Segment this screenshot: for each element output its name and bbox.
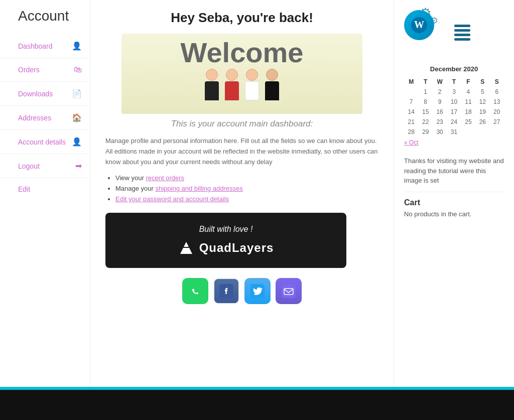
cal-cell: 24 (447, 117, 461, 127)
cal-cell: 20 (490, 107, 504, 117)
addresses-icon: 🏠 (72, 113, 82, 122)
cal-cell: 23 (433, 117, 447, 127)
calendar-week-1: 1 2 3 4 5 6 (404, 87, 504, 97)
sidebar-link-account-details[interactable]: Account details 👤 (0, 130, 90, 154)
logout-icon: ➡ (75, 161, 82, 171)
sidebar-item-orders[interactable]: Orders 🛍 (0, 58, 90, 82)
bottom-footer (0, 390, 514, 420)
hamburger-line-2 (454, 29, 470, 32)
cart-title: Cart (404, 198, 504, 207)
cal-cell: 16 (433, 107, 447, 117)
cal-cell: 11 (461, 97, 475, 107)
calendar-week-5: 28 29 30 31 (404, 127, 504, 137)
bullet-item-addresses: Manage your shipping and billing address… (115, 185, 378, 192)
cal-cell: 31 (447, 127, 461, 137)
cal-cell: 3 (447, 87, 461, 97)
calendar-week-4: 21 22 23 24 25 26 27 (404, 117, 504, 127)
sidebar-label-orders: Orders (18, 66, 40, 74)
calendar-month: December 2020 (404, 65, 504, 73)
person-4-head (266, 69, 278, 81)
cal-cell: 2 (433, 87, 447, 97)
sidebar-nav: Dashboard 👤 Orders 🛍 Downloads 📄 (0, 34, 90, 178)
prev-month-link[interactable]: « Oct (404, 139, 419, 146)
cal-header-m: M (404, 77, 418, 87)
cart-section: Cart No products in the cart. (404, 192, 504, 218)
recent-orders-link[interactable]: recent orders (146, 174, 184, 182)
welcome-people (205, 69, 279, 100)
sidebar-item-dashboard[interactable]: Dashboard 👤 (0, 34, 90, 58)
sidebar-edit-link[interactable]: Edit (0, 178, 90, 200)
person-2 (225, 69, 239, 100)
welcome-text-large: Welcome (181, 39, 304, 67)
password-link[interactable]: Edit your password and account details (115, 195, 229, 203)
hamburger-line-3 (454, 34, 470, 36)
calendar-table: M T W T F S S 1 2 (404, 77, 504, 137)
cal-cell (461, 127, 475, 137)
cal-cell: 27 (490, 117, 504, 127)
footer-tagline: Built with love ! (117, 225, 334, 234)
sidebar-label-account-details: Account details (18, 138, 66, 146)
sidebar-label-downloads: Downloads (18, 90, 53, 98)
footer-banner: Built with love ! QuadLayers (105, 213, 346, 268)
cal-cell (404, 87, 418, 97)
quadlayers-logo-icon (178, 240, 194, 256)
cal-cell: 21 (404, 117, 418, 127)
person-4 (265, 69, 279, 100)
cal-cell: 7 (404, 97, 418, 107)
social-icons (105, 278, 378, 304)
cal-cell: 30 (433, 127, 447, 137)
cal-cell: 19 (475, 107, 489, 117)
sidebar-link-downloads[interactable]: Downloads 📄 (0, 82, 90, 105)
page-wrapper: Account Dashboard 👤 Orders 🛍 Do (0, 0, 514, 420)
sidebar-item-account-details[interactable]: Account details 👤 (0, 130, 90, 154)
sidebar-link-addresses[interactable]: Addresses 🏠 (0, 106, 90, 129)
sidebar-label-addresses: Addresses (18, 114, 51, 122)
sidebar: Account Dashboard 👤 Orders 🛍 Do (0, 0, 90, 387)
sidebar-item-addresses[interactable]: Addresses 🏠 (0, 106, 90, 130)
sidebar-title: Account (0, 0, 90, 34)
cal-header-f: F (461, 77, 475, 87)
cal-header-t2: T (447, 77, 461, 87)
addresses-link[interactable]: shipping and billing addresses (156, 185, 243, 192)
social-email-button[interactable] (276, 278, 302, 304)
sidebar-link-dashboard[interactable]: Dashboard 👤 (0, 34, 90, 58)
sidebar-label-logout: Logout (18, 162, 40, 170)
bullet-orders-text: View your (115, 174, 146, 182)
person-1 (205, 69, 219, 100)
social-whatsapp-button[interactable] (182, 278, 208, 304)
footer-brand-name: QuadLayers (199, 241, 274, 255)
social-facebook-button[interactable] (213, 278, 239, 304)
welcome-banner-image: Welcome (121, 34, 362, 114)
main-area: Account Dashboard 👤 Orders 🛍 Do (0, 0, 514, 387)
cal-cell: 15 (418, 107, 432, 117)
person-2-head (226, 69, 238, 81)
main-content: Hey Seba, you're back! Welcome (90, 0, 394, 387)
person-1-body (205, 81, 219, 100)
cal-cell: 10 (447, 97, 461, 107)
sidebar-item-downloads[interactable]: Downloads 📄 (0, 82, 90, 106)
cal-cell: 26 (475, 117, 489, 127)
cal-cell (490, 127, 504, 137)
welcome-heading: Hey Seba, you're back! (105, 10, 378, 26)
bullet-item-orders: View your recent orders (115, 174, 378, 182)
cal-cell: 6 (490, 87, 504, 97)
person-4-body (265, 81, 279, 100)
sidebar-link-logout[interactable]: Logout ➡ (0, 154, 90, 178)
downloads-icon: 📄 (72, 89, 82, 98)
cal-cell: 29 (418, 127, 432, 137)
bullet-list: View your recent orders Manage your ship… (115, 174, 378, 203)
person-3-head (246, 69, 258, 81)
wordpress-logo-area: ⚙ ⚙ W (404, 10, 504, 55)
hamburger-menu-icon[interactable] (454, 25, 470, 41)
cal-cell: 4 (461, 87, 475, 97)
cal-cell: 12 (475, 97, 489, 107)
cal-cell: 22 (418, 117, 432, 127)
svg-text:W: W (414, 19, 424, 30)
sidebar-label-dashboard: Dashboard (18, 42, 53, 50)
social-twitter-button[interactable] (244, 278, 271, 304)
sidebar-item-logout[interactable]: Logout ➡ (0, 154, 90, 178)
cal-cell: 9 (433, 97, 447, 107)
cal-cell: 14 (404, 107, 418, 117)
sidebar-link-orders[interactable]: Orders 🛍 (0, 58, 90, 81)
cart-empty-text: No products in the cart. (404, 210, 504, 218)
